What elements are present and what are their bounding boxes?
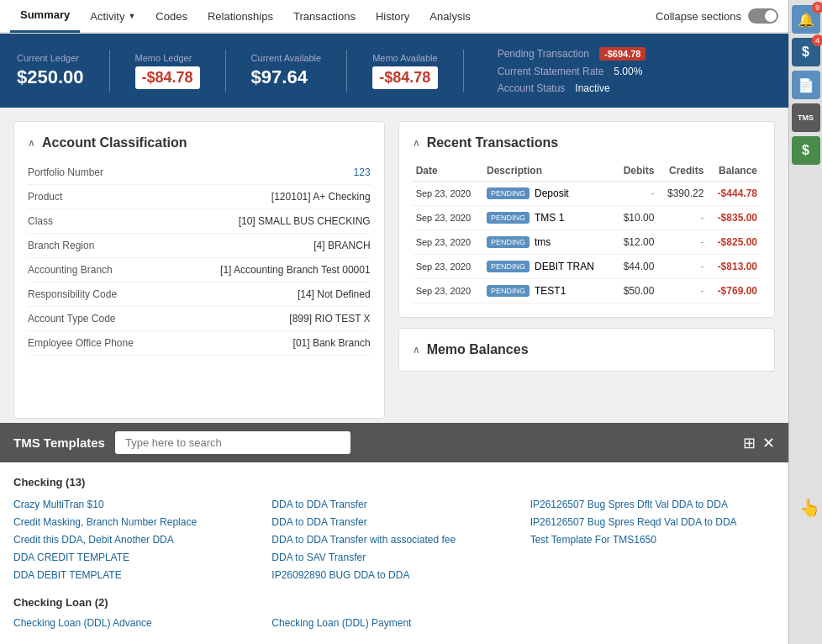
tms-expand-button[interactable]: ⊞ bbox=[743, 434, 756, 452]
description-column-header: Description bbox=[483, 161, 614, 182]
rate-label: Current Statement Rate bbox=[498, 66, 604, 77]
template-link-ip26126507-dflt[interactable]: IP26126507 Bug Spres Dflt Val DDA to DDA bbox=[530, 497, 775, 512]
chevron-up-icon: ∧ bbox=[28, 137, 35, 149]
transaction-description: PENDING TMS 1 bbox=[483, 206, 614, 230]
portfolio-number-label: Portfolio Number bbox=[28, 166, 103, 178]
template-link-ddl-payment[interactable]: Checking Loan (DDL) Payment bbox=[271, 615, 516, 631]
table-row: Sep 23, 2020 PENDING tms $12.00 - -$825.… bbox=[413, 230, 761, 255]
account-type-row: Account Type Code [899] RIO TEST X bbox=[28, 307, 371, 331]
transaction-date: Sep 23, 2020 bbox=[413, 230, 483, 255]
status-section: Pending Transaction -$694.78 Current Sta… bbox=[498, 47, 646, 94]
nav-codes[interactable]: Codes bbox=[145, 0, 198, 33]
table-row: Sep 23, 2020 PENDING TEST1 $50.00 - -$76… bbox=[413, 279, 761, 304]
table-row: Sep 23, 2020 PENDING TMS 1 $10.00 - -$83… bbox=[413, 206, 761, 230]
current-ledger: Current Ledger $250.00 bbox=[17, 53, 84, 88]
transaction-balance: -$444.78 bbox=[707, 182, 761, 206]
transaction-balance: -$769.00 bbox=[707, 279, 761, 304]
tms-close-button[interactable]: ✕ bbox=[762, 434, 775, 452]
description-text: TEST1 bbox=[535, 285, 566, 297]
product-label: Product bbox=[28, 191, 62, 203]
rate-value: 5.00% bbox=[614, 66, 642, 77]
tms-sidebar-icon[interactable]: TMS bbox=[792, 103, 820, 132]
branch-region-label: Branch Region bbox=[28, 240, 94, 251]
table-row: Sep 23, 2020 PENDING DEBIT TRAN $44.00 -… bbox=[413, 255, 761, 279]
account-type-label: Account Type Code bbox=[28, 313, 116, 325]
collapse-toggle[interactable] bbox=[748, 8, 778, 24]
checking-template-grid: Crazy MultiTran $10 DDA to DDA Transfer … bbox=[13, 497, 775, 583]
transaction-balance: -$825.00 bbox=[707, 230, 761, 255]
current-ledger-value: $250.00 bbox=[17, 66, 84, 88]
account-status-label: Account Status bbox=[498, 82, 566, 94]
nav-activity[interactable]: Activity ▼ bbox=[80, 0, 145, 33]
right-sidebar: 🔔 9 $ 4 📄 TMS $ 👆 bbox=[788, 0, 822, 644]
template-link-dda-sav[interactable]: DDA to SAV Transfer bbox=[271, 550, 516, 565]
dollar-green-icon[interactable]: $ bbox=[792, 136, 820, 165]
class-value: [10] SMALL BUS CHECKING bbox=[239, 215, 371, 227]
template-link-credit-masking[interactable]: Credit Masking, Branch Number Replace bbox=[13, 515, 258, 530]
account-classification-header: ∧ Account Classification bbox=[28, 135, 371, 150]
template-link-dda-credit[interactable]: DDA CREDIT TEMPLATE bbox=[13, 550, 258, 565]
nav-history[interactable]: History bbox=[366, 0, 419, 33]
nav-summary[interactable]: Summary bbox=[10, 0, 80, 33]
notifications-icon[interactable]: 🔔 9 bbox=[792, 5, 820, 34]
class-row: Class [10] SMALL BUS CHECKING bbox=[28, 209, 371, 234]
memo-available: Memo Available -$84.78 bbox=[372, 53, 437, 89]
class-label: Class bbox=[28, 215, 53, 227]
transaction-balance: -$835.00 bbox=[707, 206, 761, 230]
description-text: tms bbox=[535, 236, 551, 248]
transaction-debit: $44.00 bbox=[614, 255, 657, 279]
pending-badge: PENDING bbox=[487, 285, 530, 297]
pending-badge: PENDING bbox=[487, 187, 530, 199]
template-link-credit-this-dda[interactable]: Credit this DDA, Debit Another DDA bbox=[13, 532, 258, 547]
template-link-ddl-advance[interactable]: Checking Loan (DDL) Advance bbox=[13, 615, 258, 631]
transactions-chevron-icon: ∧ bbox=[413, 137, 420, 149]
template-link-tms1650[interactable]: Test Template For TMS1650 bbox=[530, 532, 775, 547]
checking-section-header: Checking (13) bbox=[13, 476, 775, 488]
current-available: Current Available $97.64 bbox=[251, 53, 322, 88]
document-icon[interactable]: 📄 bbox=[792, 71, 820, 99]
template-link-dda-dda-fee[interactable]: DDA to DDA Transfer with associated fee bbox=[271, 532, 516, 547]
description-text: DEBIT TRAN bbox=[535, 261, 594, 272]
transaction-balance: -$813.00 bbox=[707, 255, 761, 279]
responsibility-code-label: Responsibility Code bbox=[28, 288, 117, 300]
transaction-credit: - bbox=[657, 206, 707, 230]
nav-relationships[interactable]: Relationships bbox=[198, 0, 283, 33]
memo-balances-card: ∧ Memo Balances bbox=[398, 328, 775, 372]
employee-office-row: Employee Office Phone [01] Bank Branch bbox=[28, 331, 371, 356]
portfolio-number-value[interactable]: 123 bbox=[354, 166, 371, 178]
template-link-ip26092890[interactable]: IP26092890 BUG DDA to DDA bbox=[271, 567, 516, 583]
memo-ledger-label: Memo Ledger bbox=[135, 53, 200, 63]
pending-badge: PENDING bbox=[487, 236, 530, 248]
tms-search-input[interactable] bbox=[115, 431, 350, 454]
tms-overlay: TMS Templates ⊞ ✕ Checking (13) Crazy Mu… bbox=[0, 423, 788, 644]
template-link-dda-dda-2[interactable]: DDA to DDA Transfer bbox=[271, 515, 516, 530]
accounting-branch-value: [1] Accounting Branch Test 00001 bbox=[220, 264, 371, 276]
template-link-crazy-multitran[interactable]: Crazy MultiTran $10 bbox=[13, 497, 258, 512]
memo-ledger: Memo Ledger -$84.78 bbox=[135, 53, 200, 89]
accounting-branch-row: Accounting Branch [1] Accounting Branch … bbox=[28, 258, 371, 282]
pending-badge: PENDING bbox=[487, 212, 530, 224]
right-panel: ∧ Recent Transactions Date Description D… bbox=[398, 121, 775, 419]
checking-loan-section-header: Checking Loan (2) bbox=[13, 596, 775, 609]
accounting-branch-label: Accounting Branch bbox=[28, 264, 113, 276]
account-status-value: Inactive bbox=[575, 82, 609, 94]
template-link-dda-debit[interactable]: DDA DEBIT TEMPLATE bbox=[13, 567, 258, 583]
transaction-credit: - bbox=[657, 279, 707, 304]
dollar-icon[interactable]: $ 4 bbox=[792, 38, 820, 66]
template-link-ip26126507-reqd[interactable]: IP26126507 Bug Spres Reqd Val DDA to DDA bbox=[530, 515, 775, 530]
memo-ledger-value: -$84.78 bbox=[135, 66, 200, 89]
date-column-header: Date bbox=[413, 161, 483, 182]
transaction-debit: $50.00 bbox=[614, 279, 657, 304]
checking-loan-template-grid: Checking Loan (DDL) Advance Checking Loa… bbox=[13, 615, 775, 631]
account-type-value: [899] RIO TEST X bbox=[289, 313, 370, 325]
memo-balances-chevron-icon: ∧ bbox=[413, 344, 420, 356]
template-link-dda-dda-1[interactable]: DDA to DDA Transfer bbox=[271, 497, 516, 512]
transaction-description: PENDING TEST1 bbox=[483, 279, 614, 304]
nav-analysis[interactable]: Analysis bbox=[419, 0, 480, 33]
top-nav: Summary Activity ▼ Codes Relationships T… bbox=[0, 0, 788, 34]
product-value: [120101] A+ Checking bbox=[271, 191, 371, 203]
memo-available-value: -$84.78 bbox=[372, 66, 437, 89]
description-text: Deposit bbox=[535, 187, 569, 199]
current-available-value: $97.64 bbox=[251, 66, 322, 88]
nav-transactions[interactable]: Transactions bbox=[283, 0, 366, 33]
